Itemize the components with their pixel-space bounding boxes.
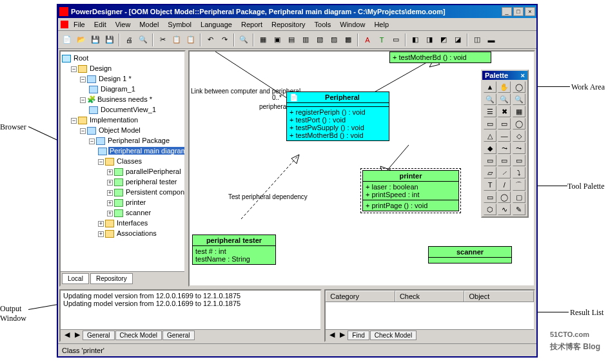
p-poly[interactable]: ⬡ [484,204,496,215]
tool-palette[interactable]: Palette× ▲✋◯ 🔍🔍🔍 ☰✖▦ ▭▭◯ △—◇ ◆⤳⤳ ▭▭▭ ▱⟋⤵… [481,70,529,218]
tb-save[interactable]: 💾 [89,34,102,46]
maximize-button[interactable]: □ [513,7,524,16]
tab-nav-right[interactable]: ▶ [72,330,83,340]
tb-d[interactable]: ▥ [299,34,312,46]
p-if[interactable]: ◯ [513,118,525,129]
expander[interactable]: + [107,211,113,216]
tree[interactable]: Root −Design −Design 1 * Diagram_1 −🧩Bus… [61,52,184,271]
p-assoc[interactable]: — [498,130,511,142]
p-line[interactable]: / [498,179,511,191]
tb-paste[interactable]: 📋 [184,34,197,46]
p-a[interactable]: ▭ [484,155,496,166]
tree-c5[interactable]: scanner [124,209,152,216]
p-zoomout[interactable]: 🔍 [484,93,496,105]
tb-redo[interactable]: ↷ [218,34,231,46]
rtab-check[interactable]: Check Model [370,330,417,340]
tb-m[interactable]: ◩ [437,34,450,46]
tree-design[interactable]: Design [88,64,113,72]
class-ptester[interactable]: peripheral tester test # : int testName … [192,235,276,265]
col-check[interactable]: Check [395,291,465,302]
tb-k[interactable]: ◧ [409,34,422,46]
tree-docview[interactable]: DocumentView_1 [99,106,157,113]
rtab-find[interactable]: Find [348,330,369,340]
tree-c4[interactable]: printer [124,198,147,206]
expander[interactable]: + [107,200,113,206]
out-tab-general2[interactable]: General [162,330,195,340]
close-button[interactable]: × [525,7,535,16]
expander[interactable]: − [89,139,95,144]
tb-cut[interactable]: ✂ [156,34,169,46]
p-agg[interactable]: ◇ [513,130,525,142]
expander[interactable]: − [80,128,86,134]
palette-close-icon[interactable]: × [521,72,525,79]
menu-tools[interactable]: Tools [311,19,335,30]
minimize-button[interactable]: _ [502,7,512,16]
tb-find[interactable]: 🔍 [237,34,250,46]
menu-edit[interactable]: Edit [90,19,110,30]
rtab-nav-right[interactable]: ▶ [337,330,348,340]
tb-p[interactable]: ▬ [485,34,498,46]
tb-print[interactable]: 🖨 [123,34,135,46]
diagram-canvas[interactable]: Link between computer and peripheral per… [188,50,535,287]
expander[interactable]: + [98,221,104,227]
expander[interactable]: − [71,66,77,72]
tree-classes[interactable]: Classes [115,157,143,165]
p-pointer[interactable]: ▲ [484,81,496,93]
menu-view[interactable]: View [112,19,135,30]
p-arc[interactable]: ⌒ [513,179,525,191]
result-content[interactable] [326,302,534,329]
tree-impl[interactable]: Implementation [88,116,139,124]
expander[interactable]: − [71,118,77,124]
menu-file[interactable]: File [70,19,89,30]
menu-window[interactable]: Window [336,19,369,30]
tree-c3[interactable]: Persistent component [124,188,184,196]
p-c[interactable]: ▭ [513,155,525,166]
tab-local[interactable]: Local [62,273,89,284]
class-printer[interactable]: printer + laser : boolean + printSpeed :… [362,170,459,211]
p-comp[interactable]: ◆ [484,142,496,154]
p-list[interactable]: ▦ [513,106,525,117]
p-lasso[interactable]: ◯ [513,81,525,93]
tab-nav-left[interactable]: ◀ [62,330,72,340]
tb-copy[interactable]: 📋 [170,34,183,46]
tb-c[interactable]: ▤ [285,34,298,46]
tree-design1[interactable]: Design 1 * [97,75,133,82]
p-zoom[interactable]: 🔍 [513,93,525,105]
menu-help[interactable]: Help [370,19,393,30]
menu-repository[interactable]: Repository [268,19,309,30]
p-del[interactable]: ✖ [498,106,511,117]
out-tab-general[interactable]: General [83,330,115,340]
tb-h[interactable]: A [361,34,374,46]
tree-root[interactable]: Root [72,54,90,62]
p-hand[interactable]: ✋ [498,81,511,93]
p-b[interactable]: ▭ [498,155,511,166]
tb-saveall[interactable]: 💾 [103,34,116,46]
p-prop[interactable]: ☰ [484,106,496,117]
tree-pp[interactable]: Peripheral Package [106,137,171,144]
tb-a[interactable]: ▦ [257,34,270,46]
tb-g[interactable]: ▩ [342,34,355,46]
expander[interactable]: + [107,190,113,196]
tb-j[interactable]: ▭ [389,34,402,46]
p-pkg[interactable]: ▭ [484,118,496,129]
p-zoomin[interactable]: 🔍 [498,93,511,105]
expander[interactable]: + [98,231,104,237]
p-real[interactable]: ⤳ [513,142,525,154]
tb-f[interactable]: ▨ [328,34,340,46]
tb-new[interactable]: 📄 [61,34,74,46]
expander[interactable]: − [80,97,86,103]
p-link[interactable]: ⟋ [498,167,511,178]
expander[interactable]: + [107,180,113,186]
menu-model[interactable]: Model [135,19,162,30]
tree-biz[interactable]: Business needs * [96,95,153,103]
expander[interactable]: + [107,169,113,175]
tree-int[interactable]: Interfaces [115,219,149,227]
tb-undo[interactable]: ↶ [204,34,217,46]
menu-report[interactable]: Report [237,19,266,30]
tb-preview[interactable]: 🔍 [137,34,150,46]
p-note[interactable]: ▱ [484,167,496,178]
tree-pmd[interactable]: Peripheral main diagram [108,147,184,155]
p-gen[interactable]: △ [484,130,496,142]
expander[interactable]: − [98,159,104,165]
p-dep[interactable]: ⤳ [498,142,511,154]
